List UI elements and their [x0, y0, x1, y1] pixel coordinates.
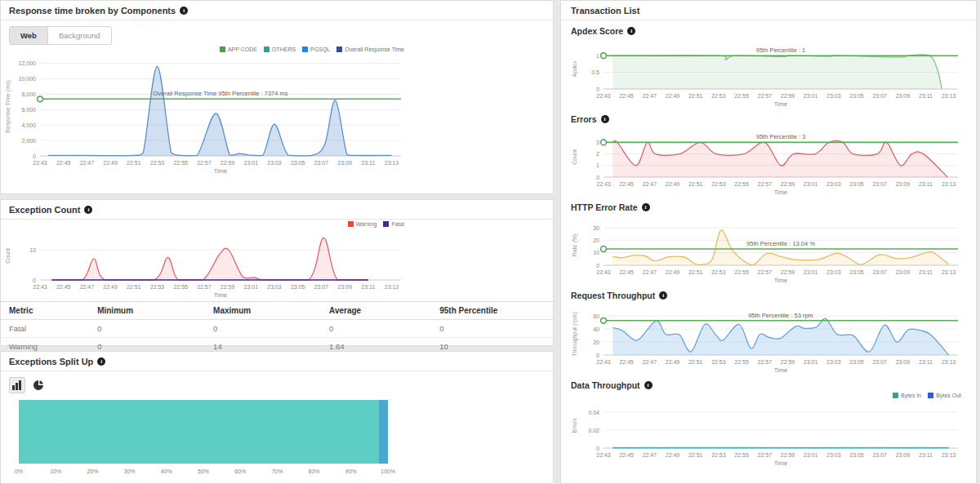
svg-text:B/min: B/min — [572, 418, 577, 433]
left-column: Response time broken by Components i Web… — [0, 0, 554, 484]
chart-type-toggle — [1, 371, 553, 397]
http-error-rate-section: HTTP Error Rate i 95th Percentile : 13.0… — [561, 197, 976, 285]
svg-text:23:07: 23:07 — [872, 181, 887, 187]
svg-text:22:43: 22:43 — [596, 181, 611, 187]
bar-segment[interactable] — [379, 400, 388, 464]
svg-text:22:53: 22:53 — [711, 359, 726, 365]
svg-text:1: 1 — [596, 162, 599, 168]
svg-text:23:03: 23:03 — [267, 160, 282, 166]
svg-text:22:53: 22:53 — [711, 269, 726, 275]
info-icon[interactable]: i — [644, 381, 653, 389]
svg-text:22:45: 22:45 — [619, 181, 634, 187]
svg-text:22:59: 22:59 — [781, 93, 795, 99]
info-icon[interactable]: i — [180, 7, 188, 15]
percent-tick: 10% — [50, 468, 61, 474]
svg-text:23:13: 23:13 — [942, 93, 956, 99]
errors-chart[interactable]: 95th Percentile : 322:4322:4522:4722:492… — [569, 127, 968, 197]
legend-item[interactable]: Bytes In — [893, 393, 921, 398]
svg-text:22:57: 22:57 — [197, 284, 212, 290]
svg-text:23:09: 23:09 — [337, 160, 352, 166]
legend-item[interactable]: Bytes Out — [928, 393, 961, 398]
svg-text:23:01: 23:01 — [804, 93, 818, 99]
svg-text:22:59: 22:59 — [781, 269, 795, 275]
svg-text:22:51: 22:51 — [688, 452, 703, 458]
legend-item[interactable]: Warning — [348, 221, 377, 227]
apdex-score-chart[interactable]: 95th Percentile : 122:4322:4522:4722:492… — [569, 38, 968, 109]
legend-label: PGSQL — [310, 47, 330, 52]
legend-label: Fatal — [391, 221, 404, 227]
svg-text:0.5: 0.5 — [591, 69, 599, 75]
section-title: Errors — [571, 114, 597, 124]
legend-label: Bytes In — [901, 393, 921, 398]
svg-text:0: 0 — [596, 446, 599, 451]
svg-text:22:43: 22:43 — [33, 284, 47, 290]
section-title-row: Request Throughput i — [569, 289, 968, 303]
svg-text:23:09: 23:09 — [337, 284, 352, 290]
info-icon[interactable]: i — [659, 291, 667, 300]
col-95th: 95th Percentile — [431, 302, 553, 320]
legend-swatch — [336, 47, 342, 52]
legend-label: OTHERS — [272, 47, 296, 52]
svg-text:23:13: 23:13 — [942, 181, 956, 187]
legend-item[interactable]: OTHERS — [264, 47, 296, 52]
svg-text:60: 60 — [593, 313, 599, 319]
legend-swatch — [348, 221, 354, 227]
bar-chart-icon[interactable] — [9, 377, 25, 393]
panel-title: Response time broken by Components — [9, 6, 176, 16]
percent-tick: 0% — [15, 468, 23, 474]
svg-text:23:01: 23:01 — [804, 359, 818, 365]
exceptions-splitup-header: Exceptions Split Up i — [1, 352, 553, 371]
percent-tick: 70% — [271, 468, 283, 474]
legend-item[interactable]: Fatal — [383, 221, 404, 227]
legend-item[interactable]: Overall Response Time — [336, 47, 404, 52]
panel-title: Exceptions Split Up — [9, 357, 93, 366]
web-background-tabs: Web Background — [9, 26, 112, 45]
svg-text:6,000: 6,000 — [21, 107, 36, 113]
svg-text:22:53: 22:53 — [711, 452, 726, 458]
request-throughput-section: Request Throughput i 95th Percentile : 5… — [561, 285, 976, 375]
svg-text:23:05: 23:05 — [849, 359, 864, 365]
pie-chart-icon[interactable] — [30, 377, 47, 393]
svg-text:22:53: 22:53 — [711, 181, 726, 187]
exception-count-chart[interactable]: 22:4322:4522:4722:4922:5122:5322:5522:57… — [2, 221, 411, 300]
stacked-bar[interactable] — [19, 400, 388, 464]
svg-text:23:13: 23:13 — [942, 359, 956, 365]
info-icon[interactable]: i — [97, 357, 105, 366]
svg-text:22:57: 22:57 — [758, 93, 773, 99]
svg-text:22:57: 22:57 — [197, 160, 212, 166]
legend-swatch — [928, 393, 933, 398]
svg-text:22:59: 22:59 — [781, 359, 795, 365]
tab-background[interactable]: Background — [48, 27, 111, 44]
exceptions-splitup-chart[interactable]: 0%10%20%30%40%50%60%70%80%90%100% — [19, 400, 388, 480]
cell-metric: Fatal — [1, 320, 89, 338]
request-throughput-chart[interactable]: 95th Percentile : 53 rpm22:4322:4522:472… — [569, 303, 968, 375]
svg-text:0: 0 — [33, 153, 36, 159]
svg-text:23:09: 23:09 — [896, 181, 911, 187]
bar-segment[interactable] — [19, 400, 379, 464]
tab-web[interactable]: Web — [10, 27, 48, 44]
data-throughput-chart[interactable]: 22:4322:4522:4722:4922:5122:5322:5522:57… — [569, 393, 968, 468]
tabs-row: Web Background — [1, 20, 553, 47]
info-icon[interactable]: i — [601, 115, 609, 123]
svg-text:0: 0 — [596, 263, 599, 269]
info-icon[interactable]: i — [627, 27, 635, 35]
svg-text:23:13: 23:13 — [942, 452, 956, 458]
http-error-rate-chart[interactable]: 95th Percentile : 13.04 %22:4322:4522:47… — [569, 215, 968, 285]
svg-text:Count: Count — [572, 149, 577, 165]
legend-item[interactable]: APP CODE — [220, 47, 257, 52]
legend-item[interactable]: PGSQL — [302, 47, 330, 52]
svg-text:40: 40 — [593, 326, 599, 332]
errors-section: Errors i 95th Percentile : 322:4322:4522… — [561, 109, 976, 197]
percent-tick: 80% — [309, 468, 320, 474]
svg-text:22:47: 22:47 — [80, 160, 95, 166]
info-icon[interactable]: i — [84, 206, 92, 214]
svg-text:22:59: 22:59 — [781, 452, 795, 458]
percent-tick: 60% — [234, 468, 246, 474]
svg-text:23:11: 23:11 — [919, 181, 933, 187]
svg-text:22:45: 22:45 — [619, 269, 634, 275]
svg-text:22:59: 22:59 — [220, 284, 235, 290]
response-time-chart[interactable]: Overall Response Time 95th Percentile : … — [2, 47, 411, 175]
svg-text:23:03: 23:03 — [826, 452, 841, 458]
info-icon[interactable]: i — [642, 203, 650, 211]
svg-text:23:09: 23:09 — [896, 269, 911, 275]
